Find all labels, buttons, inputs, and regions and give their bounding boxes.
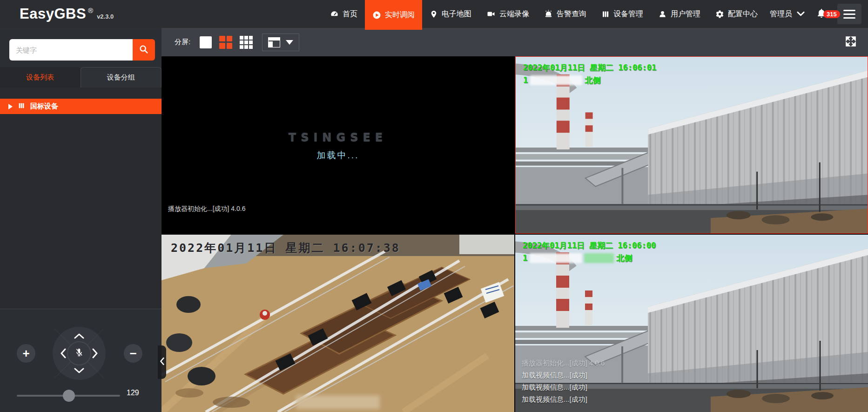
- registered-mark: ®: [88, 7, 93, 14]
- expand-caret-icon: [8, 104, 13, 109]
- dashboard-icon: [330, 10, 339, 19]
- search-input[interactable]: [9, 39, 133, 61]
- nav-item-user-management[interactable]: 用户管理: [651, 0, 708, 28]
- ptz-left-button[interactable]: [60, 348, 65, 358]
- video-log-list: 播放器初始化...[成功] 4.0.6 加载视频信息...[成功] 加载视频信息…: [522, 357, 605, 405]
- zoom-out-button[interactable]: −: [124, 344, 142, 363]
- ptz-speed-slider[interactable]: [17, 392, 120, 399]
- fullscreen-button[interactable]: [845, 35, 857, 49]
- search-bar: [9, 39, 155, 61]
- nav-item-label: 首页: [343, 9, 357, 19]
- slider-value: 129: [127, 389, 139, 397]
- video-toolbar: 分屏:: [161, 28, 868, 56]
- nav-item-label: 设备管理: [613, 9, 643, 19]
- log-line: 播放器初始化...[成功] 4.0.6: [522, 357, 605, 369]
- chevron-left-icon: [159, 357, 165, 368]
- log-line: 加载视频信息...[成功]: [522, 381, 605, 393]
- video-camera-icon: [486, 10, 496, 18]
- layout-custom-dropdown[interactable]: [262, 34, 299, 51]
- hamburger-menu-button[interactable]: [837, 4, 861, 24]
- tree-item-label: 国标设备: [30, 102, 58, 111]
- nav-item-home[interactable]: 首页: [323, 0, 365, 28]
- layout-9-button[interactable]: [240, 36, 253, 49]
- censor-blur: [530, 75, 582, 85]
- video-grid: TSINGSEE 加载中... 播放器初始化...[成功] 4.0.6 2022…: [161, 56, 868, 412]
- sidebar-tabs: 设备列表 设备分组: [0, 67, 161, 88]
- nav-item-alarm-query[interactable]: 告警查询: [537, 0, 594, 28]
- sidebar-collapse-button[interactable]: [158, 345, 166, 379]
- nav-item-label: 电子地图: [442, 9, 471, 19]
- notification-badge: 315: [823, 10, 840, 18]
- map-pin-icon: [430, 10, 438, 19]
- layout-4-button[interactable]: [219, 36, 232, 49]
- play-icon: [372, 11, 381, 20]
- app-version: v2.3.0: [97, 13, 114, 20]
- app-logo: EasyGBS ® v2.3.0: [0, 6, 114, 22]
- dropdown-caret-icon: [286, 40, 293, 45]
- device-icon: [601, 10, 610, 19]
- nav-item-label: 用户管理: [671, 9, 700, 19]
- nav-item-label: 云端录像: [499, 9, 529, 19]
- split-screen-label: 分屏:: [175, 38, 190, 47]
- video-frame: [161, 235, 514, 412]
- osd-timestamp: 2022年01月11日 星期二 16:06:01: [523, 61, 656, 74]
- ptz-panel: +: [0, 309, 161, 412]
- device-group-icon: [18, 102, 25, 111]
- ptz-down-button[interactable]: [74, 369, 84, 374]
- ptz-up-button[interactable]: [74, 332, 84, 338]
- loading-text: 加载中...: [161, 149, 514, 162]
- microphone-off-icon: [74, 347, 84, 359]
- zoom-in-button[interactable]: +: [17, 344, 35, 363]
- nav-item-cloud-recording[interactable]: 云端录像: [479, 0, 537, 28]
- chevron-down-icon: [797, 10, 805, 18]
- osd-location: 1 北侧: [523, 252, 656, 264]
- user-menu[interactable]: 管理员: [765, 9, 813, 19]
- nav-item-label: 实时调阅: [385, 10, 415, 20]
- osd-timestamp: 2022年01月11日 星期二 16:06:00: [523, 239, 656, 252]
- search-button[interactable]: [133, 39, 155, 61]
- censor-blur-green: [584, 253, 614, 263]
- device-tree: 国标设备: [0, 88, 161, 309]
- layout-custom-icon: [268, 37, 280, 47]
- slider-thumb[interactable]: [63, 390, 75, 402]
- osd-location: 1 北侧: [523, 74, 656, 87]
- video-cell-4[interactable]: 2022年01月11日 星期二 16:06:00 1 北侧 播放器初始化...[…: [515, 235, 868, 412]
- easygbs-app: EasyGBS ® v2.3.0 首页 实时调阅 电子地图: [0, 0, 868, 412]
- censor-blur: [296, 395, 380, 409]
- expand-icon: [845, 35, 857, 49]
- video-cell-1[interactable]: TSINGSEE 加载中... 播放器初始化...[成功] 4.0.6: [161, 56, 514, 234]
- gear-icon: [715, 10, 724, 19]
- main-area: 分屏:: [161, 28, 868, 412]
- censor-blur: [530, 253, 582, 263]
- nav-item-label: 配置中心: [728, 9, 758, 19]
- video-cell-3[interactable]: 2022年01月11日 星期二 16:07:38: [161, 235, 514, 412]
- nav-item-map[interactable]: 电子地图: [422, 0, 479, 28]
- logo-text: EasyGBS: [20, 6, 86, 22]
- nav-item-label: 告警查询: [557, 9, 586, 19]
- search-icon: [139, 44, 149, 56]
- tsingsee-logo: TSINGSEE: [161, 131, 514, 144]
- user-icon: [658, 10, 667, 19]
- nav-item-live-view[interactable]: 实时调阅: [365, 0, 422, 30]
- player-init-log: 播放器初始化...[成功] 4.0.6: [168, 205, 245, 213]
- user-menu-label: 管理员: [770, 9, 792, 19]
- osd-timestamp: 2022年01月11日 星期二 16:07:38: [171, 240, 400, 256]
- log-line: 加载视频信息...[成功]: [522, 369, 605, 381]
- top-nav: EasyGBS ® v2.3.0 首页 实时调阅 电子地图: [0, 0, 868, 28]
- nav-menu: 首页 实时调阅 电子地图 云端录像: [323, 0, 868, 28]
- alarm-icon: [544, 10, 553, 19]
- nav-item-config-center[interactable]: 配置中心: [708, 0, 765, 28]
- ptz-dpad: [53, 327, 106, 380]
- mic-mute-button[interactable]: [67, 341, 91, 365]
- notifications-button[interactable]: 315: [813, 7, 837, 20]
- ptz-right-button[interactable]: [93, 348, 99, 358]
- device-sidebar: 设备列表 设备分组 国标设备 +: [0, 28, 161, 412]
- video-cell-2[interactable]: 2022年01月11日 星期二 16:06:01 1 北侧: [515, 56, 868, 234]
- nav-item-device-management[interactable]: 设备管理: [594, 0, 651, 28]
- tab-device-group[interactable]: 设备分组: [81, 67, 162, 88]
- tree-item-gb-devices[interactable]: 国标设备: [0, 99, 161, 114]
- tab-device-list[interactable]: 设备列表: [0, 67, 81, 88]
- log-line: 加载视频信息...[成功]: [522, 393, 605, 405]
- layout-1-button[interactable]: [200, 36, 212, 48]
